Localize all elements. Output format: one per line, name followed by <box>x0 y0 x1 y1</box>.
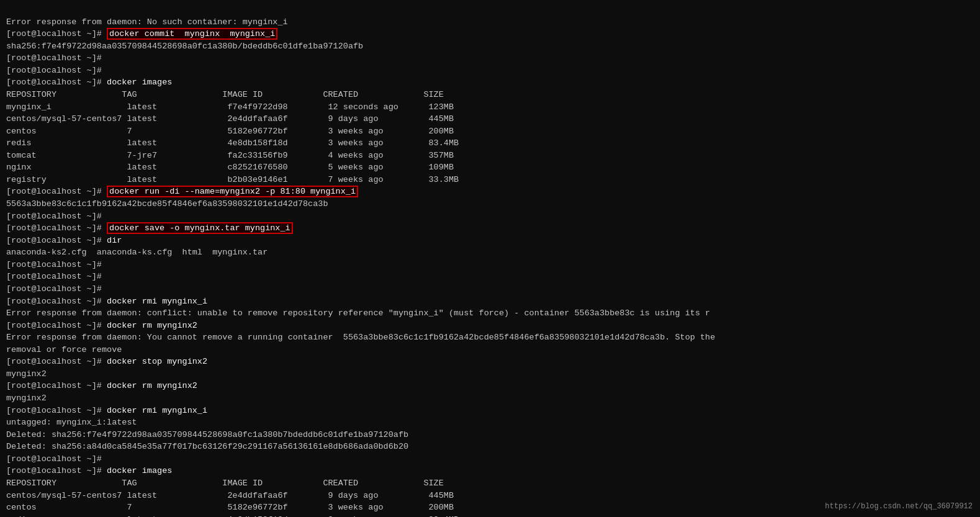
terminal-line: Deleted: sha256:a84d0ca5845e35a77f017bc6… <box>6 441 974 453</box>
terminal-line: [root@localhost ~]# <box>6 453 974 465</box>
terminal-line: [root@localhost ~]# docker images <box>6 76 974 89</box>
terminal-line: tomcat 7-jre7 fa2c33156fb9 4 weeks ago 3… <box>6 150 974 162</box>
highlighted-command: docker save -o mynginx.tar mynginx_i <box>107 222 293 234</box>
highlighted-command: docker run -di --name=mynginx2 -p 81:80 … <box>107 186 358 197</box>
command: dir <box>107 236 122 245</box>
prompt: [root@localhost ~]# <box>6 357 107 366</box>
command: docker rm mynginx2 <box>107 321 197 330</box>
terminal-line: REPOSITORY TAG IMAGE ID CREATED SIZE <box>6 477 974 490</box>
command: docker rmi mynginx_i <box>107 297 207 306</box>
terminal-line: [root@localhost ~]# <box>6 259 974 271</box>
prompt: [root@localhost ~]# <box>6 466 107 475</box>
terminal-line: mynginx2 <box>6 392 974 405</box>
terminal-line: Error response from daemon: No such cont… <box>6 16 974 29</box>
terminal-line: centos/mysql-57-centos7 latest 2e4ddfafa… <box>6 113 974 125</box>
watermark: https://blog.csdn.net/qq_36079912 <box>825 501 973 512</box>
terminal-line: registry latest b2b03e9146e1 7 weeks ago… <box>6 174 974 186</box>
terminal-line: centos 7 5182e96772bf 3 weeks ago 200MB <box>6 125 974 138</box>
terminal-line: Error response from daemon: You cannot r… <box>6 331 974 344</box>
terminal-line: [root@localhost ~]# docker rmi mynginx_i <box>6 405 974 417</box>
terminal-line: Error response from daemon: conflict: un… <box>6 307 974 320</box>
prompt: [root@localhost ~]# <box>6 381 107 390</box>
terminal-line: mynginx2 <box>6 368 974 380</box>
terminal: Error response from daemon: No such cont… <box>0 0 980 517</box>
prompt: [root@localhost ~]# <box>6 78 107 87</box>
terminal-line: redis latest 4e8db158f18d 3 weeks ago 83… <box>6 137 974 150</box>
prompt: [root@localhost ~]# <box>6 187 107 196</box>
prompt: [root@localhost ~]# <box>6 29 107 38</box>
prompt: [root@localhost ~]# <box>6 406 107 415</box>
terminal-line: [root@localhost ~]# dir <box>6 235 974 247</box>
terminal-line: untagged: mynginx_i:latest <box>6 416 974 429</box>
command: docker rmi mynginx_i <box>107 406 207 415</box>
highlighted-command: docker commit mynginx mynginx_i <box>107 28 277 40</box>
terminal-line: [root@localhost ~]# <box>6 271 974 283</box>
terminal-line: [root@localhost ~]# docker run -di --nam… <box>6 186 974 198</box>
terminal-line: [root@localhost ~]# docker images <box>6 465 974 477</box>
terminal-line: Deleted: sha256:f7e4f9722d98aa0357098445… <box>6 429 974 441</box>
terminal-line: anaconda-ks2.cfg anaconda-ks.cfg html my… <box>6 246 974 259</box>
terminal-line: [root@localhost ~]# <box>6 283 974 295</box>
terminal-line: [root@localhost ~]# <box>6 65 974 77</box>
terminal-line: [root@localhost ~]# docker commit myngin… <box>6 28 974 40</box>
terminal-line: removal or force remove <box>6 344 974 356</box>
terminal-line: [root@localhost ~]# docker rm mynginx2 <box>6 380 974 392</box>
terminal-line: [root@localhost ~]# <box>6 52 974 65</box>
prompt: [root@localhost ~]# <box>6 321 107 330</box>
command: docker rm mynginx2 <box>107 381 197 390</box>
prompt: [root@localhost ~]# <box>6 223 107 233</box>
terminal-line: [root@localhost ~]# <box>6 210 974 223</box>
terminal-line: sha256:f7e4f9722d98aa035709844528698a0fc… <box>6 40 974 53</box>
command: docker stop mynginx2 <box>107 357 207 366</box>
terminal-line: [root@localhost ~]# docker stop mynginx2 <box>6 356 974 368</box>
terminal-line: centos/mysql-57-centos7 latest 2e4ddfafa… <box>6 490 974 502</box>
prompt: [root@localhost ~]# <box>6 236 107 245</box>
terminal-line: nginx latest c82521676580 5 weeks ago 10… <box>6 161 974 174</box>
terminal-line: [root@localhost ~]# docker save -o myngi… <box>6 222 974 235</box>
prompt: [root@localhost ~]# <box>6 297 107 306</box>
terminal-line: 5563a3bbe83c6c1c1fb9162a42bcde85f4846ef6… <box>6 198 974 210</box>
command: docker images <box>107 466 172 475</box>
command: docker images <box>107 78 172 87</box>
terminal-line: [root@localhost ~]# docker rm mynginx2 <box>6 320 974 332</box>
terminal-line: [root@localhost ~]# docker rmi mynginx_i <box>6 295 974 308</box>
terminal-line: redis latest 4e8db158f18d 3 weeks ago 83… <box>6 514 974 517</box>
terminal-line: mynginx_i latest f7e4f9722d98 12 seconds… <box>6 101 974 114</box>
terminal-line: REPOSITORY TAG IMAGE ID CREATED SIZE <box>6 89 974 101</box>
